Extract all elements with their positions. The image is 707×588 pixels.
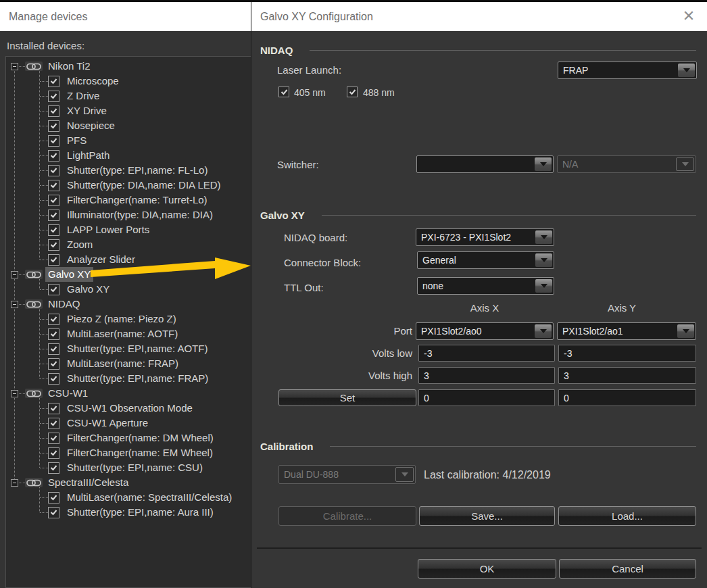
collapse-minus-icon[interactable] (11, 301, 18, 308)
tree-child-item[interactable]: LAPP Lower Ports (6, 222, 251, 237)
collapse-minus-icon[interactable] (11, 271, 18, 278)
tree-root-item[interactable]: SpectraIII/Celesta (6, 475, 251, 490)
tree-child-item[interactable]: Galvo XY (6, 282, 251, 297)
device-checkbox[interactable] (48, 239, 59, 251)
tree-child-label: Analyzer Slider (64, 252, 138, 267)
device-checkbox[interactable] (48, 403, 59, 414)
nidaq-board-dropdown[interactable]: PXI-6723 - PXI1Slot2 (416, 228, 554, 246)
chevron-down-icon[interactable] (535, 230, 552, 244)
device-checkbox[interactable] (48, 314, 59, 325)
chevron-down-icon[interactable] (535, 253, 552, 267)
tree-child-item[interactable]: FilterChanger(name: EM Wheel) (6, 445, 251, 460)
device-checkbox[interactable] (48, 343, 59, 355)
tree-child-item[interactable]: MultiLaser(name: FRAP) (6, 356, 251, 371)
chevron-down-icon[interactable] (535, 279, 552, 293)
device-checkbox[interactable] (48, 210, 59, 221)
device-checkbox[interactable] (48, 507, 59, 518)
tree-child-item[interactable]: LightPath (6, 148, 251, 163)
laser-405-checkbox[interactable] (278, 87, 289, 97)
device-checkbox[interactable] (48, 373, 59, 385)
device-checkbox[interactable] (48, 195, 59, 206)
set-x-input[interactable] (418, 389, 555, 406)
tree-child-item[interactable]: Illuminator(type: DIA,name: DIA) (6, 207, 251, 222)
tree-child-item[interactable]: Piezo Z (name: Piezo Z) (6, 312, 251, 326)
tree-child-item[interactable]: Shutter(type: EPI,name: AOTF) (6, 341, 251, 356)
device-checkbox[interactable] (48, 224, 59, 236)
close-icon[interactable]: ✕ (680, 7, 698, 25)
tree-root-label[interactable]: CSU-W1 (45, 386, 91, 401)
device-checkbox[interactable] (48, 418, 59, 429)
device-checkbox[interactable] (48, 91, 59, 102)
tree-child-item[interactable]: Shutter(type: EPI,name: CSU) (6, 460, 251, 475)
tree-child-item[interactable]: MultiLaser(name: SpectraIII/Celesta) (6, 490, 251, 505)
tree-child-item[interactable]: MultiLaser(name: AOTF) (6, 326, 251, 341)
volts-low-x-input[interactable] (418, 345, 555, 362)
device-checkbox[interactable] (48, 165, 59, 176)
laser-launch-dropdown[interactable]: FRAP (558, 62, 697, 79)
port-label: Port (277, 325, 412, 337)
tree-child-item[interactable]: XY Drive (6, 103, 251, 118)
ttl-out-dropdown[interactable]: none (417, 277, 554, 295)
tree-child-item[interactable]: PFS (6, 133, 251, 148)
connector-block-dropdown[interactable]: General (417, 251, 554, 269)
tree-child-item[interactable]: Microscope (6, 74, 251, 89)
cancel-button[interactable]: Cancel (559, 559, 696, 579)
set-button[interactable]: Set (278, 389, 416, 406)
device-checkbox[interactable] (48, 447, 59, 459)
collapse-minus-icon[interactable] (11, 390, 18, 397)
device-checkbox[interactable] (48, 358, 59, 370)
tree-child-item[interactable]: CSU-W1 Observation Mode (6, 401, 251, 416)
collapse-minus-icon[interactable] (11, 479, 18, 487)
port-y-dropdown[interactable]: PXI1Slot2/ao1 (557, 322, 696, 340)
tree-root-label[interactable]: Nikon Ti2 (45, 59, 93, 74)
volts-low-y-input[interactable] (558, 345, 696, 362)
device-checkbox[interactable] (48, 492, 59, 504)
tree-root-label[interactable]: Galvo XY (45, 267, 93, 282)
ttl-out-value: none (422, 280, 443, 291)
device-checkbox[interactable] (48, 120, 59, 132)
tree-child-item[interactable]: Shutter(type: EPI,name: FL-Lo) (6, 163, 251, 178)
chevron-down-icon[interactable] (678, 64, 695, 77)
tree-child-item[interactable]: Shutter(type: DIA,name: DIA LED) (6, 178, 251, 193)
device-checkbox[interactable] (48, 254, 59, 266)
set-y-input[interactable] (558, 389, 696, 406)
device-checkbox[interactable] (48, 284, 59, 295)
device-checkbox[interactable] (48, 180, 59, 191)
tree-child-label: Microscope (64, 74, 122, 89)
tree-root-item[interactable]: NIDAQ (6, 297, 251, 312)
device-checkbox[interactable] (48, 135, 59, 147)
tree-child-item[interactable]: Z Drive (6, 89, 251, 103)
tree-child-item[interactable]: FilterChanger(name: Turret-Lo) (6, 193, 251, 207)
tree-child-item[interactable]: Analyzer Slider (6, 252, 251, 267)
device-checkbox[interactable] (48, 462, 59, 474)
tree-root-item[interactable]: Nikon Ti2 (6, 59, 251, 74)
device-checkbox[interactable] (48, 328, 59, 340)
tree-child-item[interactable]: Shutter(type: EPI,name: FRAP) (6, 371, 251, 386)
tree-root-label[interactable]: NIDAQ (45, 297, 83, 312)
switcher-dropdown[interactable] (416, 155, 554, 173)
tree-child-item[interactable]: Nosepiece (6, 118, 251, 133)
tree-child-label: Illuminator(type: DIA,name: DIA) (64, 207, 216, 222)
tree-child-item[interactable]: Zoom (6, 237, 251, 252)
chevron-down-icon[interactable] (535, 157, 552, 171)
device-checkbox[interactable] (48, 433, 59, 444)
tree-root-item[interactable]: CSU-W1 (6, 386, 251, 401)
tree-child-item[interactable]: CSU-W1 Aperture (6, 416, 251, 431)
tree-child-item[interactable]: Shutter(type: EPI,name: Aura III) (6, 505, 251, 520)
tree-root-item[interactable]: Galvo XY (6, 267, 251, 282)
device-checkbox[interactable] (48, 76, 59, 87)
tree-child-item[interactable]: FilterChanger(name: DM Wheel) (6, 431, 251, 445)
tree-root-label[interactable]: SpectraIII/Celesta (45, 475, 131, 490)
volts-high-x-input[interactable] (418, 367, 555, 384)
laser-488-checkbox[interactable] (347, 87, 358, 97)
chevron-down-icon[interactable] (677, 324, 694, 338)
port-x-dropdown[interactable]: PXI1Slot2/ao0 (416, 322, 554, 340)
device-checkbox[interactable] (48, 105, 59, 117)
load-button[interactable]: Load... (558, 506, 696, 526)
device-checkbox[interactable] (48, 150, 59, 162)
volts-high-y-input[interactable] (558, 367, 696, 384)
save-button[interactable]: Save... (419, 506, 555, 526)
chevron-down-icon[interactable] (535, 324, 552, 338)
collapse-minus-icon[interactable] (11, 63, 18, 70)
ok-button[interactable]: OK (418, 559, 556, 579)
